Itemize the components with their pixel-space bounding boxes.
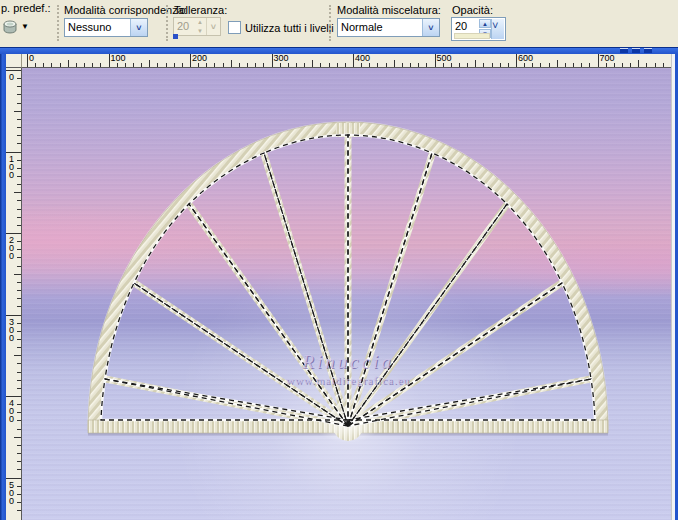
- opacity-chevron-icon[interactable]: ˅: [491, 19, 504, 39]
- vertical-ruler: 01 0 02 0 03 0 04 0 05 0 0: [6, 68, 22, 520]
- image-canvas[interactable]: Rinuccia www.maidiregrafica.eu: [22, 68, 671, 520]
- preset-dropdown-arrow-icon: ▼: [21, 23, 29, 31]
- match-mode-value: Nessuno: [65, 19, 130, 36]
- opacity-label: Opacità:: [452, 4, 493, 16]
- preset-label: p. predef.:: [1, 2, 51, 14]
- toolbar-separator: [57, 5, 59, 41]
- match-mode-chevron-icon[interactable]: ˅: [130, 19, 147, 36]
- match-mode-dropdown[interactable]: Nessuno ˅: [64, 18, 148, 37]
- blend-mode-label: Modalità miscelatura:: [337, 4, 441, 16]
- preset-cylinder-icon: [2, 20, 18, 35]
- tolerance-spinner: 20 ▲▼ ˅: [173, 17, 221, 36]
- all-layers-checkbox[interactable]: [228, 21, 241, 34]
- selection-marching-ants: [101, 135, 595, 426]
- tool-options-toolbar: p. predef.: ▼ Modalità corrispondenza: N…: [0, 0, 678, 48]
- blend-mode-chevron-icon[interactable]: ˅: [422, 19, 439, 36]
- tolerance-value: 20: [174, 18, 194, 35]
- ruler-corner-box: [6, 54, 22, 68]
- horizontal-ruler: 0100200300400500600700: [22, 54, 671, 68]
- match-mode-label: Modalità corrispondenza:: [64, 4, 187, 16]
- fanlight-window-graphic: [22, 68, 671, 520]
- tolerance-chevron-icon: ˅: [206, 18, 220, 35]
- tolerance-updown-icons: ▲▼: [194, 18, 206, 35]
- app-window: p. predef.: ▼ Modalità corrispondenza: N…: [0, 0, 678, 520]
- all-layers-label: Utilizza tutti i livelli: [245, 22, 334, 34]
- tolerance-label: Tolleranza:: [174, 4, 227, 16]
- opacity-value: 20: [455, 20, 467, 32]
- opacity-progress-bar: [454, 33, 490, 39]
- opacity-spinner[interactable]: 20 ▲▼ ˅: [451, 17, 506, 41]
- window-controls[interactable]: [620, 48, 652, 53]
- tolerance-slider-marker: [173, 34, 178, 39]
- blend-mode-dropdown[interactable]: Normale ˅: [337, 18, 440, 37]
- toolbar-separator: [329, 5, 331, 41]
- toolbar-separator: [166, 5, 168, 41]
- preset-button[interactable]: ▼: [2, 15, 36, 39]
- document-window-top-border: [0, 47, 678, 54]
- blend-mode-value: Normale: [338, 19, 422, 36]
